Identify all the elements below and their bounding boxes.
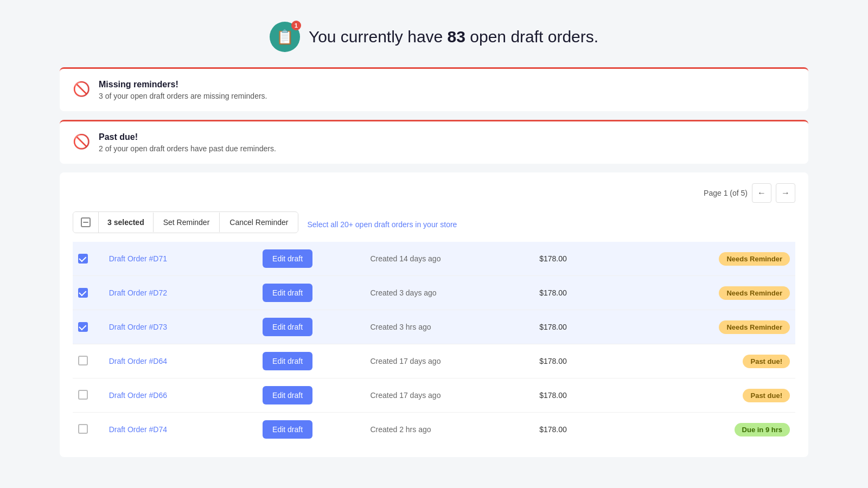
alert-icon-missing: 🚫 (73, 81, 90, 98)
status-badge: Past due! (743, 355, 790, 368)
row-checkbox-cell (73, 310, 104, 344)
bulk-action-bar: 3 selected Set Reminder Cancel Reminder … (73, 211, 795, 237)
amount-cell: $178.00 (534, 310, 641, 344)
order-link[interactable]: Draft Order #D66 (109, 391, 167, 400)
edit-cell: Edit draft (257, 276, 365, 310)
row-checkbox[interactable] (78, 322, 88, 332)
alert-content-missing: Missing reminders! 3 of your open draft … (99, 80, 267, 100)
order-link[interactable]: Draft Order #D71 (109, 254, 167, 263)
page-header: 📋 1 You currently have 83 open draft ord… (60, 11, 808, 67)
status-cell: Needs Reminder (642, 310, 795, 344)
row-checkbox-cell (73, 344, 104, 378)
prev-page-button[interactable]: ← (752, 183, 771, 203)
edit-draft-button[interactable]: Edit draft (263, 249, 312, 268)
order-name-cell: Draft Order #D72 (104, 276, 257, 310)
alert-missing-reminders: 🚫 Missing reminders! 3 of your open draf… (60, 67, 808, 111)
table-row: Draft Order #D74 Edit draft Created 2 hr… (73, 413, 795, 447)
row-checkbox-cell (73, 378, 104, 413)
edit-draft-button[interactable]: Edit draft (263, 386, 312, 404)
row-checkbox[interactable] (78, 288, 88, 298)
set-reminder-button[interactable]: Set Reminder (154, 213, 220, 232)
alert-desc-pastdue: 2 of your open draft orders have past du… (99, 144, 276, 153)
status-cell: Due in 9 hrs (642, 413, 795, 447)
alert-title-missing: Missing reminders! (99, 80, 267, 89)
created-cell: Created 3 hrs ago (365, 310, 534, 344)
status-badge: Needs Reminder (719, 286, 790, 300)
created-cell: Created 3 days ago (365, 276, 534, 310)
dash-inner (83, 222, 88, 223)
app-icon: 📋 1 (270, 22, 300, 52)
order-name-cell: Draft Order #D64 (104, 344, 257, 378)
pagination-top: Page 1 (of 5) ← → (73, 183, 795, 203)
page-info: Page 1 (of 5) (704, 189, 748, 197)
amount-text: $178.00 (539, 425, 567, 434)
order-link[interactable]: Draft Order #D73 (109, 323, 167, 331)
table-row: Draft Order #D72 Edit draft Created 3 da… (73, 276, 795, 310)
select-all-link[interactable]: Select all 20+ open draft orders in your… (307, 220, 457, 229)
order-name-cell: Draft Order #D74 (104, 413, 257, 447)
row-checkbox-cell (73, 242, 104, 276)
row-checkbox[interactable] (78, 356, 88, 365)
amount-text: $178.00 (539, 254, 567, 263)
notification-badge: 1 (291, 21, 301, 30)
alert-desc-missing: 3 of your open draft orders are missing … (99, 92, 267, 100)
status-cell: Past due! (642, 378, 795, 413)
status-badge: Due in 9 hrs (735, 423, 790, 436)
dash-checkbox-icon (81, 217, 91, 227)
next-page-button[interactable]: → (776, 183, 795, 203)
edit-cell: Edit draft (257, 310, 365, 344)
table-row: Draft Order #D66 Edit draft Created 17 d… (73, 378, 795, 413)
created-cell: Created 17 days ago (365, 378, 534, 413)
created-cell: Created 14 days ago (365, 242, 534, 276)
table-row: Draft Order #D64 Edit draft Created 17 d… (73, 344, 795, 378)
page-title: You currently have 83 open draft orders. (309, 28, 598, 46)
status-badge: Needs Reminder (719, 252, 790, 266)
row-checkbox[interactable] (78, 254, 88, 264)
edit-draft-button[interactable]: Edit draft (263, 420, 312, 439)
amount-cell: $178.00 (534, 242, 641, 276)
alert-content-pastdue: Past due! 2 of your open draft orders ha… (99, 132, 276, 153)
order-name-cell: Draft Order #D73 (104, 310, 257, 344)
amount-text: $178.00 (539, 391, 567, 400)
created-text: Created 3 days ago (370, 288, 436, 297)
row-checkbox-cell (73, 276, 104, 310)
order-name-cell: Draft Order #D66 (104, 378, 257, 413)
created-cell: Created 17 days ago (365, 344, 534, 378)
amount-cell: $178.00 (534, 378, 641, 413)
bulk-bar-group: 3 selected Set Reminder Cancel Reminder (73, 211, 298, 233)
cancel-reminder-button[interactable]: Cancel Reminder (220, 213, 298, 232)
row-checkbox[interactable] (78, 390, 88, 400)
order-link[interactable]: Draft Order #D74 (109, 425, 167, 434)
page-wrapper: 📋 1 You currently have 83 open draft ord… (60, 11, 808, 457)
edit-draft-button[interactable]: Edit draft (263, 352, 312, 370)
edit-cell: Edit draft (257, 242, 365, 276)
created-text: Created 14 days ago (370, 254, 441, 263)
bulk-select-all-checkbox[interactable] (73, 212, 99, 233)
title-suffix: open draft orders. (465, 28, 598, 46)
created-text: Created 17 days ago (370, 391, 441, 400)
edit-draft-button[interactable]: Edit draft (263, 318, 312, 336)
order-link[interactable]: Draft Order #D72 (109, 288, 167, 297)
created-cell: Created 2 hrs ago (365, 413, 534, 447)
orders-table: Draft Order #D71 Edit draft Created 14 d… (73, 242, 795, 446)
orders-table-card: Page 1 (of 5) ← → 3 selected Set Reminde… (60, 172, 808, 457)
amount-text: $178.00 (539, 288, 567, 297)
bulk-selected-label: 3 selected (99, 213, 154, 232)
title-count: 83 (448, 28, 465, 46)
created-text: Created 2 hrs ago (370, 425, 431, 434)
status-cell: Past due! (642, 344, 795, 378)
order-link[interactable]: Draft Order #D64 (109, 357, 167, 365)
amount-text: $178.00 (539, 323, 567, 331)
title-prefix: You currently have (309, 28, 448, 46)
amount-cell: $178.00 (534, 276, 641, 310)
amount-text: $178.00 (539, 357, 567, 365)
orders-tbody: Draft Order #D71 Edit draft Created 14 d… (73, 242, 795, 446)
edit-draft-button[interactable]: Edit draft (263, 284, 312, 302)
amount-cell: $178.00 (534, 413, 641, 447)
edit-cell: Edit draft (257, 378, 365, 413)
row-checkbox-cell (73, 413, 104, 447)
status-badge: Past due! (743, 389, 790, 402)
status-badge: Needs Reminder (719, 320, 790, 334)
row-checkbox[interactable] (78, 424, 88, 434)
status-cell: Needs Reminder (642, 242, 795, 276)
